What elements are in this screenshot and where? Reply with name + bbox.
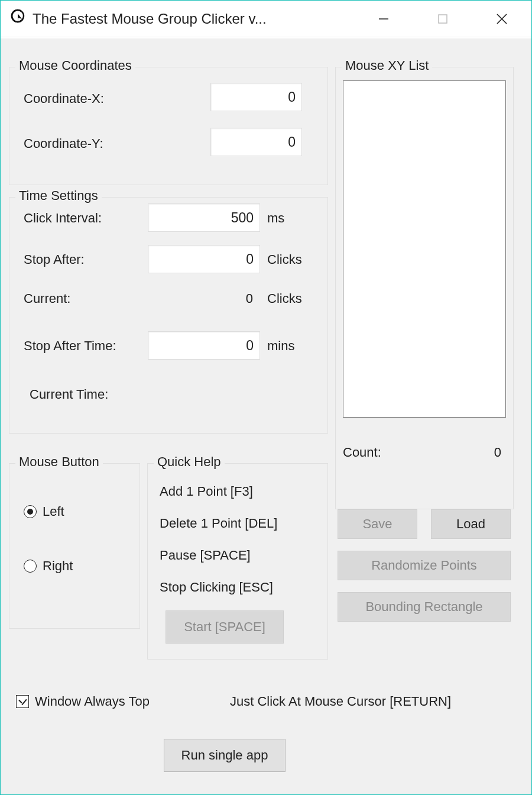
mouse-button-left-radio[interactable]: Left — [24, 504, 64, 519]
current-label: Current: — [24, 291, 70, 306]
time-settings-group: Time Settings Click Interval: ms Stop Af… — [9, 197, 328, 434]
load-button[interactable]: Load — [431, 509, 511, 539]
help-delete-point: Delete 1 Point [DEL] — [160, 516, 277, 531]
close-button[interactable] — [472, 1, 531, 37]
current-unit: Clicks — [267, 291, 302, 306]
just-click-label: Just Click At Mouse Cursor [RETURN] — [230, 694, 451, 709]
stop-after-time-input[interactable] — [148, 331, 260, 360]
always-top-label: Window Always Top — [35, 694, 150, 709]
coord-y-label: Coordinate-Y: — [24, 136, 103, 151]
run-single-app-button[interactable]: Run single app — [164, 739, 286, 772]
mouse-coordinates-legend: Mouse Coordinates — [15, 58, 135, 73]
click-interval-input[interactable] — [148, 203, 260, 232]
help-pause: Pause [SPACE] — [160, 548, 251, 563]
radio-icon — [24, 560, 37, 573]
bounding-rectangle-button[interactable]: Bounding Rectangle — [338, 592, 511, 622]
mouse-xy-list-legend: Mouse XY List — [342, 58, 432, 73]
bounding-rectangle-label: Bounding Rectangle — [365, 599, 482, 615]
load-button-label: Load — [456, 516, 485, 532]
mouse-button-group: Mouse Button Left Right — [9, 463, 140, 629]
run-single-app-label: Run single app — [181, 748, 268, 763]
svg-rect-3 — [439, 15, 447, 23]
time-settings-legend: Time Settings — [15, 188, 102, 203]
mouse-button-legend: Mouse Button — [15, 454, 103, 470]
coord-x-label: Coordinate-X: — [24, 91, 104, 106]
minimize-button[interactable] — [354, 1, 413, 37]
always-top-checkbox[interactable]: Window Always Top — [16, 694, 150, 709]
current-value: 0 — [148, 291, 253, 306]
radio-icon — [24, 505, 37, 518]
current-time-label: Current Time: — [30, 387, 108, 402]
coord-x-input[interactable] — [210, 83, 302, 111]
mouse-button-right-label: Right — [43, 558, 73, 574]
randomize-points-button[interactable]: Randomize Points — [338, 551, 511, 580]
click-interval-label: Click Interval: — [24, 211, 102, 226]
mouse-coordinates-group: Mouse Coordinates Coordinate-X: Coordina… — [9, 67, 328, 185]
count-value: 0 — [448, 445, 501, 460]
mouse-button-left-label: Left — [43, 504, 64, 519]
quick-help-group: Quick Help Add 1 Point [F3] Delete 1 Poi… — [147, 463, 328, 660]
stop-after-input[interactable] — [148, 245, 260, 273]
window-title: The Fastest Mouse Group Clicker v... — [33, 11, 267, 27]
start-button-label: Start [SPACE] — [184, 619, 265, 635]
stop-after-unit: Clicks — [267, 252, 302, 267]
stop-after-time-unit: mins — [267, 338, 294, 354]
save-button[interactable]: Save — [338, 509, 417, 539]
start-button[interactable]: Start [SPACE] — [166, 610, 284, 644]
mouse-button-right-radio[interactable]: Right — [24, 558, 73, 574]
titlebar: The Fastest Mouse Group Clicker v... — [1, 1, 531, 37]
randomize-points-label: Randomize Points — [371, 558, 477, 573]
save-button-label: Save — [362, 516, 392, 532]
xy-listbox[interactable] — [343, 80, 506, 418]
help-stop: Stop Clicking [ESC] — [160, 580, 273, 595]
coord-y-input[interactable] — [210, 128, 302, 156]
client-area: Mouse Coordinates Coordinate-X: Coordina… — [1, 38, 531, 794]
checkbox-icon — [16, 695, 29, 708]
count-label: Count: — [343, 445, 381, 460]
help-add-point: Add 1 Point [F3] — [160, 484, 253, 499]
maximize-button[interactable] — [413, 1, 472, 37]
click-interval-unit: ms — [267, 211, 284, 226]
app-icon — [9, 8, 27, 30]
stop-after-label: Stop After: — [24, 252, 85, 267]
mouse-xy-list-group: Mouse XY List Count: 0 — [335, 67, 514, 509]
quick-help-legend: Quick Help — [154, 454, 225, 470]
stop-after-time-label: Stop After Time: — [24, 338, 116, 354]
